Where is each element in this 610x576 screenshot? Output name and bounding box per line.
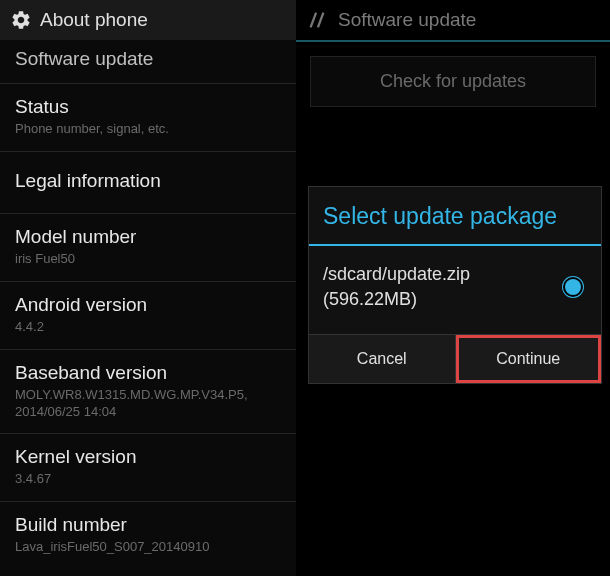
dialog-actions: Cancel Continue [309, 334, 601, 383]
item-subtitle: iris Fuel50 [15, 251, 281, 268]
item-subtitle: 3.4.67 [15, 471, 281, 488]
software-update-panel: Software update Check for updates Select… [296, 0, 610, 576]
software-update-header: Software update [296, 0, 610, 42]
item-title: Model number [15, 226, 281, 248]
file-size: (596.22MB) [323, 287, 470, 312]
item-legal-information[interactable]: Legal information [0, 152, 296, 214]
select-update-dialog: Select update package /sdcard/update.zip… [308, 186, 602, 384]
radio-selected-icon[interactable] [565, 279, 581, 295]
gear-icon [10, 9, 32, 31]
about-phone-title: About phone [40, 9, 148, 31]
software-update-title: Software update [338, 9, 476, 31]
item-title: Status [15, 96, 281, 118]
about-phone-panel: About phone Software update Status Phone… [0, 0, 296, 576]
item-build-number[interactable]: Build number Lava_irisFuel50_S007_201409… [0, 502, 296, 569]
continue-button[interactable]: Continue [456, 335, 602, 383]
dialog-title: Select update package [309, 187, 601, 246]
item-title: Software update [15, 48, 281, 70]
item-subtitle: MOLY.WR8.W1315.MD.WG.MP.V34.P5, 2014/06/… [15, 387, 281, 421]
item-android-version[interactable]: Android version 4.4.2 [0, 282, 296, 350]
item-subtitle: Lava_irisFuel50_S007_20140910 [15, 539, 281, 556]
item-subtitle: 4.4.2 [15, 319, 281, 336]
settings-list[interactable]: Software update Status Phone number, sig… [0, 40, 296, 576]
item-title: Legal information [15, 170, 281, 192]
item-title: Build number [15, 514, 281, 536]
about-phone-header: About phone [0, 0, 296, 40]
item-subtitle: Phone number, signal, etc. [15, 121, 281, 138]
item-title: Android version [15, 294, 281, 316]
dialog-body[interactable]: /sdcard/update.zip (596.22MB) [309, 246, 601, 334]
item-title: Baseband version [15, 362, 281, 384]
slashes-icon [306, 9, 328, 31]
item-title: Kernel version [15, 446, 281, 468]
item-status[interactable]: Status Phone number, signal, etc. [0, 84, 296, 152]
item-model-number[interactable]: Model number iris Fuel50 [0, 214, 296, 282]
item-baseband-version[interactable]: Baseband version MOLY.WR8.W1315.MD.WG.MP… [0, 350, 296, 435]
file-path: /sdcard/update.zip [323, 262, 470, 287]
item-kernel-version[interactable]: Kernel version 3.4.67 [0, 434, 296, 502]
cancel-button[interactable]: Cancel [309, 335, 456, 383]
item-software-update[interactable]: Software update [0, 42, 296, 84]
update-package-option: /sdcard/update.zip (596.22MB) [323, 262, 470, 312]
check-for-updates-button[interactable]: Check for updates [310, 56, 596, 107]
